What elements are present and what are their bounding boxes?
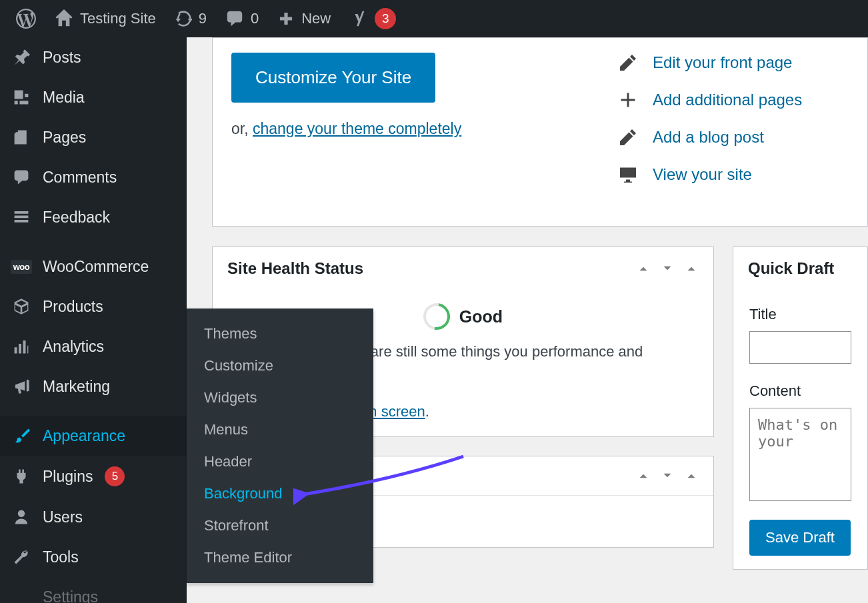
quick-draft-title: Quick Draft <box>748 259 834 278</box>
update-icon <box>175 10 192 27</box>
sidebar-item-settings[interactable]: Settings <box>0 577 187 603</box>
content-label: Content <box>749 380 851 402</box>
sidebar-item-label: Comments <box>43 169 117 187</box>
comments-link[interactable]: 0 <box>216 0 268 37</box>
comments-icon <box>12 168 31 187</box>
customize-site-button[interactable]: Customize Your Site <box>231 53 435 103</box>
submenu-menus[interactable]: Menus <box>187 414 373 446</box>
admin-sidebar: Posts Media Pages Comments Feedback woo … <box>0 37 187 603</box>
sidebar-item-label: Posts <box>43 49 81 67</box>
sidebar-item-pages[interactable]: Pages <box>0 117 187 157</box>
user-icon <box>12 508 31 526</box>
wrench-icon <box>12 548 31 566</box>
sidebar-item-label: Pages <box>43 129 86 147</box>
sidebar-item-label: Settings <box>43 588 98 604</box>
submenu-header[interactable]: Header <box>187 446 373 478</box>
sidebar-item-plugins[interactable]: Plugins 5 <box>0 456 187 497</box>
chevron-up-icon[interactable] <box>636 468 651 483</box>
woo-icon: woo <box>12 257 31 276</box>
sidebar-item-label: Marketing <box>43 378 110 396</box>
monitor-icon <box>618 165 638 185</box>
site-name: Testing Site <box>80 10 156 27</box>
admin-bar: Testing Site 9 0 New 3 <box>0 0 868 37</box>
plugins-badge: 5 <box>105 466 125 486</box>
pin-icon <box>12 48 31 67</box>
edit-icon <box>618 53 638 73</box>
updates-count: 9 <box>199 10 207 27</box>
sidebar-item-posts[interactable]: Posts <box>0 37 187 77</box>
sidebar-item-woocommerce[interactable]: woo WooCommerce <box>0 247 187 287</box>
sidebar-item-label: Plugins <box>43 468 93 486</box>
sidebar-item-label: Appearance <box>43 427 125 445</box>
title-label: Title <box>749 303 851 326</box>
site-name-link[interactable]: Testing Site <box>45 0 165 37</box>
brush-icon <box>12 426 31 445</box>
sidebar-item-marketing[interactable]: Marketing <box>0 366 187 406</box>
plus-icon <box>277 10 295 27</box>
sidebar-item-users[interactable]: Users <box>0 497 187 537</box>
new-label: New <box>301 10 331 27</box>
sidebar-item-label: Feedback <box>43 209 110 227</box>
chevron-up-icon[interactable] <box>636 261 651 276</box>
plug-icon <box>12 467 31 486</box>
site-health-title: Site Health Status <box>227 259 363 278</box>
plus-icon <box>618 90 638 110</box>
settings-icon <box>12 588 31 603</box>
sidebar-item-label: Tools <box>43 548 79 566</box>
new-content-link[interactable]: New <box>268 0 340 37</box>
add-blog-post-link[interactable]: Add a blog post <box>618 127 849 147</box>
home-icon <box>55 9 73 28</box>
submenu-storefront[interactable]: Storefront <box>187 510 373 542</box>
change-theme-link[interactable]: change your theme completely <box>253 120 461 137</box>
megaphone-icon <box>12 377 31 396</box>
chevron-down-icon[interactable] <box>660 261 675 276</box>
comments-count: 0 <box>251 10 259 27</box>
chevron-down-icon[interactable] <box>660 468 675 483</box>
collapse-icon[interactable] <box>684 468 699 483</box>
sidebar-item-tools[interactable]: Tools <box>0 537 187 577</box>
save-draft-button[interactable]: Save Draft <box>749 520 851 556</box>
edit-front-page-link[interactable]: Edit your front page <box>618 53 849 73</box>
sidebar-item-label: Users <box>43 508 83 526</box>
sidebar-item-label: Analytics <box>43 338 104 356</box>
media-icon <box>12 88 31 107</box>
box-icon <box>12 297 31 316</box>
sidebar-item-label: Products <box>43 298 103 316</box>
collapse-icon[interactable] <box>684 261 699 276</box>
sidebar-item-media[interactable]: Media <box>0 77 187 117</box>
chart-icon <box>12 337 31 356</box>
submenu-theme-editor[interactable]: Theme Editor <box>187 542 373 574</box>
feedback-icon <box>12 208 31 227</box>
or-change-theme: or, change your theme completely <box>231 120 591 138</box>
yoast-link[interactable]: 3 <box>340 0 405 37</box>
updates-link[interactable]: 9 <box>165 0 216 37</box>
wp-logo[interactable] <box>7 0 45 37</box>
submenu-background[interactable]: Background <box>187 478 373 510</box>
view-site-link[interactable]: View your site <box>618 165 849 185</box>
add-pages-link[interactable]: Add additional pages <box>618 90 849 110</box>
submenu-customize[interactable]: Customize <box>187 350 373 382</box>
edit-icon <box>618 127 638 147</box>
sidebar-item-appearance[interactable]: Appearance <box>0 416 187 456</box>
title-input[interactable] <box>749 331 851 364</box>
welcome-panel: Customize Your Site or, change your them… <box>212 37 868 227</box>
sidebar-item-analytics[interactable]: Analytics <box>0 326 187 366</box>
yoast-icon <box>349 9 368 28</box>
health-circle-icon <box>418 298 455 335</box>
appearance-submenu: Themes Customize Widgets Menus Header Ba… <box>187 308 373 583</box>
sidebar-item-feedback[interactable]: Feedback <box>0 197 187 237</box>
wordpress-icon <box>16 9 36 29</box>
sidebar-item-label: Media <box>43 89 85 107</box>
page-icon <box>12 128 31 147</box>
sidebar-item-label: WooCommerce <box>43 258 149 276</box>
yoast-badge: 3 <box>375 8 396 29</box>
submenu-widgets[interactable]: Widgets <box>187 382 373 414</box>
comment-icon <box>225 9 244 28</box>
submenu-themes[interactable]: Themes <box>187 318 373 350</box>
content-textarea[interactable] <box>749 408 851 501</box>
quick-draft-card: Quick Draft Title Content Save Draft <box>733 247 868 570</box>
sidebar-item-comments[interactable]: Comments <box>0 157 187 197</box>
sidebar-item-products[interactable]: Products <box>0 287 187 326</box>
